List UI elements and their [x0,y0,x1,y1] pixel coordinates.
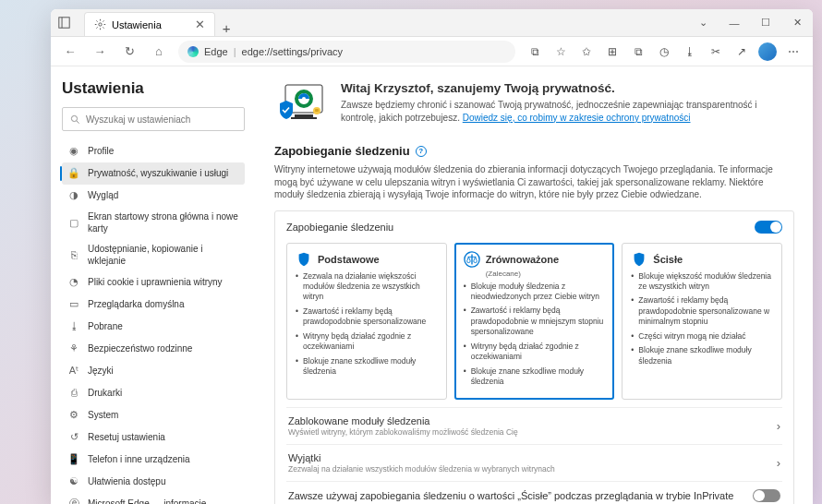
svg-point-3 [71,115,77,121]
printer-icon: ⎙ [67,387,80,400]
sidebar-item[interactable]: ⚘Bezpieczeństwo rodzinne [62,338,245,360]
language-icon: Aᵗ [67,365,80,378]
sidebar-item-label: Bezpieczeństwo rodzinne [88,343,192,355]
sidebar-item-label: Drukarki [88,388,122,400]
sidebar-item-label: Ułatwienia dostępu [88,476,166,488]
forward-button[interactable]: → [90,42,110,62]
favorites-bar-icon[interactable]: ✩ [576,42,597,62]
tracking-section-title: Zapobieganie śledzeniu ? [274,144,794,158]
sidebar-item[interactable]: ⎘Udostępnianie, kopiowanie i wklejanie [62,239,245,271]
sidebar-item[interactable]: 📱Telefon i inne urządzenia [62,449,245,471]
svg-rect-6 [295,114,313,117]
sidebar-item[interactable]: ⚙System [62,404,245,426]
sidebar-item[interactable]: ▢Ekran startowy strona główna i nowe kar… [62,207,245,239]
family-icon: ⚘ [67,342,80,355]
tracking-level-2[interactable]: ŚcisłeBlokuje większość modułów śledzeni… [622,243,782,400]
gear-icon [94,18,106,30]
sidebar-item-label: Prywatność, wyszukiwanie i usługi [88,168,228,180]
inprivate-toggle[interactable] [753,489,780,502]
lock-icon: 🔒 [67,167,80,180]
sidebar-item[interactable]: ◉Profile [62,140,245,162]
account-avatar[interactable] [757,42,778,62]
minimize-button[interactable]: — [719,9,750,37]
read-aloud-icon[interactable]: ⧉ [525,42,545,62]
url-input[interactable] [242,46,506,57]
maximize-button[interactable]: ☐ [750,9,781,37]
sidebar-item[interactable]: ⓔMicrosoft Edge — informacje [62,493,245,504]
settings-sidebar: Ustawienia ◉Profile🔒Prywatność, wyszukiw… [51,66,256,504]
cookie-icon: ◔ [67,276,80,289]
sidebar-item[interactable]: ▭Przeglądarka domyślna [62,294,245,316]
sidebar-search[interactable] [62,107,245,131]
sidebar-item-label: Telefon i inne urządzenia [88,454,190,466]
level-name: Ścisłe [653,254,683,265]
svg-rect-10 [315,109,319,112]
sidebar-item[interactable]: ↺Resetuj ustawienia [62,426,245,449]
level-bullets: Blokuje moduły śledzenia z nieodwiedzony… [464,282,606,388]
shield-icon [296,251,312,268]
tabs-icon: ▢ [67,217,80,230]
palette-icon: ◑ [67,189,80,202]
history-icon[interactable]: ◷ [654,42,674,62]
search-input[interactable] [86,114,236,125]
home-button[interactable]: ⌂ [149,42,169,62]
close-button[interactable]: ✕ [781,9,813,37]
blocked-trackers-row[interactable]: Zablokowane moduły śledzenia Wyświetl wi… [286,407,782,444]
hero-link[interactable]: Dowiedz się, co robimy w zakresie ochron… [463,113,691,123]
tab-strip: Ustawienia ✕ + [77,9,687,36]
exceptions-row[interactable]: Wyjątki Zezwalaj na działanie wszystkich… [286,444,782,481]
url-box[interactable]: Edge | [178,41,515,63]
sidebar-item[interactable]: ☯Ułatwienia dostępu [62,471,245,493]
address-bar: ← → ↻ ⌂ Edge | ⧉ ☆ ✩ ⊞ ⧉ ◷ ⭳ ✂ ↗ ⋯ [51,37,813,66]
close-icon[interactable]: ✕ [195,18,205,31]
search-icon [70,114,80,125]
inprivate-strict-row: Zawsze używaj zapobiegania śledzeniu o w… [286,481,782,504]
sidebar-item[interactable]: AᵗJęzyki [62,360,245,382]
svg-point-2 [99,23,102,26]
tracking-toggle[interactable] [755,221,782,234]
sidebar-item[interactable]: ⎙Drukarki [62,382,245,404]
download-icon: ⭳ [67,320,80,333]
info-icon[interactable]: ? [416,146,427,157]
back-button[interactable]: ← [60,42,80,62]
sidebar-item[interactable]: ◑Wygląd [62,185,245,207]
sidebar-item-label: Profile [88,146,114,158]
sidebar-item[interactable]: ⭳Pobrane [62,316,245,338]
privacy-hero: Witaj Krzysztof, szanujemy Twoją prywatn… [274,81,794,127]
hero-text: Zawsze będziemy chronić i szanować Twoją… [341,99,794,124]
phone-icon: 📱 [67,453,80,466]
shield-icon [464,251,480,268]
more-icon[interactable]: ⋯ [783,42,804,62]
privacy-illustration [274,81,328,127]
tracking-level-1[interactable]: Zrównoważone(Zalecane)Blokuje moduły śle… [454,243,615,400]
sidebar-item[interactable]: 🔒Prywatność, wyszukiwanie i usługi [62,162,245,185]
user-icon: ◉ [67,145,80,158]
sidebar-item-label: System [88,410,118,422]
share-icon[interactable]: ↗ [731,42,752,62]
level-bullets: Zezwala na działanie większości modułów … [296,271,438,378]
screenshot-icon[interactable]: ✂ [706,42,726,62]
tab-title: Ustawienia [112,19,162,30]
svg-rect-7 [291,117,317,119]
collections-icon[interactable]: ⧉ [628,42,648,62]
sidebar-item-label: Udostępnianie, kopiowanie i wklejanie [88,244,239,267]
sidebar-item-label: Języki [88,366,114,378]
sidebar-item-label: Pobrane [88,321,123,333]
favorite-icon[interactable]: ☆ [550,42,571,62]
sidebar-item[interactable]: ◔Pliki cookie i uprawnienia witryny [62,271,245,294]
new-tab-button[interactable]: + [215,20,238,36]
tabs-sidebar-button[interactable] [51,17,77,29]
edge-icon [187,46,199,57]
sidebar-item-label: Ekran startowy strona główna i nowe kart… [88,211,239,234]
downloads-icon[interactable]: ⭳ [680,42,700,62]
tracking-level-0[interactable]: PodstawoweZezwala na działanie większośc… [286,243,447,400]
chevron-down-icon[interactable]: ⌄ [687,9,719,37]
sidebar-item-label: Wygląd [88,190,118,202]
sidebar-item-label: Microsoft Edge — informacje [88,498,206,504]
level-name: Zrównoważone [486,254,559,265]
browser-icon: ▭ [67,298,80,311]
share-icon: ⎘ [67,249,80,262]
refresh-button[interactable]: ↻ [119,42,139,62]
extensions-icon[interactable]: ⊞ [602,42,623,62]
tab-settings[interactable]: Ustawienia ✕ [84,12,215,36]
